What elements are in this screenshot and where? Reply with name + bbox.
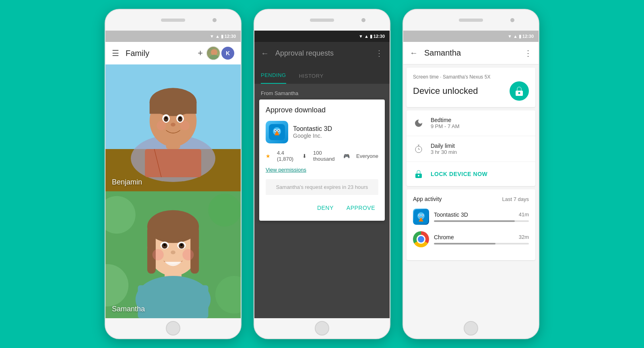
samantha-photo-item[interactable]: Samantha <box>105 191 241 318</box>
samantha-title: Samantha <box>424 48 518 58</box>
more-icon-3[interactable]: ⋮ <box>524 48 532 58</box>
age-rating: Everyone <box>356 153 378 159</box>
lock-device-row[interactable]: LOCK DEVICE NOW <box>407 162 535 186</box>
lock-now-text[interactable]: LOCK DEVICE NOW <box>431 171 529 177</box>
lock-icon <box>514 85 525 97</box>
app-developer: Google Inc. <box>293 133 332 139</box>
avatar-k[interactable]: K <box>221 47 234 60</box>
screen-time-subtitle: Screen time · Samantha's Nexus 5X <box>413 74 529 80</box>
bedtime-row[interactable]: Bedtime 9 PM - 7 AM <box>407 110 535 136</box>
toontastic-bar-fill <box>434 220 515 222</box>
rating-value: 4.4 (1,870) <box>277 150 296 162</box>
lock-device-icon <box>413 168 424 180</box>
chrome-activity-icon <box>413 231 429 247</box>
svg-point-61 <box>419 215 420 215</box>
phone-bottom-3 <box>403 318 539 338</box>
approval-requests-title: Approval requests <box>275 49 369 58</box>
phone3-content: Screen time · Samantha's Nexus 5X Device… <box>403 64 539 318</box>
chrome-activity-item[interactable]: Chrome 32m <box>413 231 529 247</box>
daily-limit-title: Daily limit <box>431 143 529 149</box>
phone-2: ▼ ▲ ▮ 12:30 ← Approval requests ⋮ PENDIN… <box>254 9 390 339</box>
view-permissions-link[interactable]: View permissions <box>266 167 378 173</box>
lock-device-info: LOCK DEVICE NOW <box>431 171 529 177</box>
svg-point-19 <box>180 121 190 130</box>
time-1: 12:30 <box>225 34 236 39</box>
avatar-group: K <box>206 46 234 60</box>
svg-point-15 <box>165 117 167 119</box>
hamburger-icon[interactable]: ☰ <box>112 48 119 58</box>
signal-icon-3: ▲ <box>513 34 518 39</box>
svg-point-56 <box>418 175 419 176</box>
time-2: 12:30 <box>374 34 385 39</box>
home-button-1[interactable] <box>166 321 180 336</box>
phone-screen-1: ▼ ▲ ▮ 12:30 ☰ Family + <box>105 31 241 318</box>
phone-screen-3: ▼ ▲ ▮ 12:30 ← Samantha ⋮ Screen time · S… <box>403 31 539 318</box>
toontastic-icon-large <box>266 121 288 143</box>
benjamin-photo-item[interactable]: Benjamin <box>105 64 241 191</box>
stopwatch-icon <box>414 144 423 154</box>
home-button-2[interactable] <box>315 321 329 336</box>
status-bar-2: ▼ ▲ ▮ 12:30 <box>254 31 390 42</box>
toontastic-activity-icon <box>413 209 429 225</box>
avatar-parent[interactable] <box>206 46 221 60</box>
status-icons-2: ▼ ▲ ▮ 12:30 <box>359 34 385 39</box>
phone1-appbar: ☰ Family + K <box>105 42 241 64</box>
chrome-activity-info: Chrome 32m <box>434 234 529 244</box>
lock-badge <box>510 81 529 101</box>
speaker-3 <box>459 19 483 22</box>
screen-time-status-row: Device unlocked <box>413 81 529 101</box>
controls-card: Bedtime 9 PM - 7 AM <box>407 110 535 186</box>
download-count: 100 thousand <box>313 150 337 162</box>
parent-avatar-svg <box>207 47 221 60</box>
approve-button[interactable]: APPROVE <box>343 201 378 214</box>
tab-history[interactable]: HISTORY <box>299 73 324 84</box>
svg-rect-27 <box>138 285 208 318</box>
app-info-row: Toontastic 3D Google Inc. <box>266 121 378 143</box>
svg-point-1 <box>209 55 219 60</box>
moon-icon <box>414 118 423 128</box>
screen-time-status: Device unlocked <box>413 86 478 96</box>
wifi-icon-2: ▼ <box>359 34 363 39</box>
toontastic-duration: 41m <box>519 211 529 218</box>
phone2-content: From Samantha Approve download <box>254 84 390 318</box>
phone2-appbar: ← Approval requests ⋮ <box>254 42 390 64</box>
daily-limit-row[interactable]: Daily limit 3 hr 30 min <box>407 136 535 162</box>
samantha-face <box>105 191 241 318</box>
speaker-2 <box>310 19 334 22</box>
toontastic-activity-svg <box>414 209 428 224</box>
status-icons-1: ▼ ▲ ▮ 12:30 <box>210 34 236 39</box>
svg-point-0 <box>211 49 217 56</box>
tab-pending[interactable]: PENDING <box>261 72 286 84</box>
phone-top-1 <box>105 10 241 31</box>
more-icon-2[interactable]: ⋮ <box>375 48 383 58</box>
toontastic-activity-bar <box>434 220 529 222</box>
add-member-icon[interactable]: + <box>198 48 203 58</box>
back-icon-2[interactable]: ← <box>261 49 269 58</box>
speaker-1 <box>161 19 185 22</box>
daily-limit-value: 3 hr 30 min <box>431 149 529 155</box>
status-bar-3: ▼ ▲ ▮ 12:30 <box>403 31 539 42</box>
bedtime-title: Bedtime <box>431 117 529 123</box>
svg-point-39 <box>153 249 164 261</box>
toontastic-activity-item[interactable]: Toontastic 3D 41m <box>413 209 529 225</box>
bedtime-value: 9 PM - 7 AM <box>431 123 529 129</box>
camera-2 <box>361 18 365 22</box>
home-button-3[interactable] <box>464 321 478 336</box>
svg-rect-10 <box>150 102 197 114</box>
family-title: Family <box>126 49 191 58</box>
svg-point-62 <box>422 215 423 215</box>
battery-icon-1: ▮ <box>221 34 223 39</box>
chrome-activity-name: Chrome 32m <box>434 234 529 240</box>
benjamin-label: Benjamin <box>112 178 142 186</box>
camera-1 <box>213 18 217 22</box>
daily-limit-info: Daily limit 3 hr 30 min <box>431 143 529 155</box>
back-icon-3[interactable]: ← <box>410 48 418 58</box>
card-actions: DENY APPROVE <box>266 201 378 214</box>
app-activity-title: App activity <box>413 196 442 202</box>
time-3: 12:30 <box>522 34 534 39</box>
deny-button[interactable]: DENY <box>314 201 337 214</box>
svg-point-38 <box>171 251 175 254</box>
wifi-icon-3: ▼ <box>508 34 512 39</box>
svg-rect-30 <box>147 227 156 274</box>
svg-point-37 <box>180 244 183 246</box>
